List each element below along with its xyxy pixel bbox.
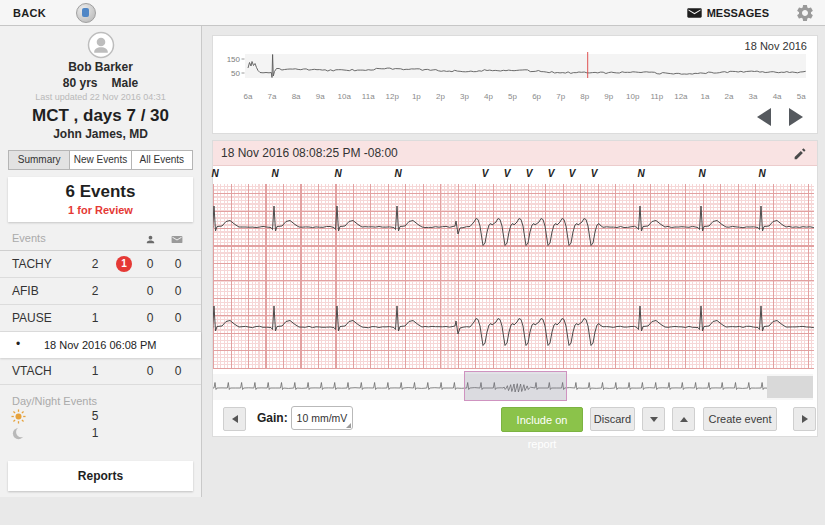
event-msg-count: 0 <box>170 284 186 298</box>
avatar <box>87 31 115 59</box>
ecg-trace-bottom <box>213 306 814 346</box>
sidebar: Bob Barker 80 yrsMale Last updated 22 No… <box>0 26 202 497</box>
event-row-tachy[interactable]: TACHY 2 1 0 0 <box>0 251 201 278</box>
strip-prev-button[interactable] <box>223 407 246 431</box>
event-row-vtach[interactable]: VTACH 1 0 0 <box>0 358 201 385</box>
timeline-tick-label: 8a <box>292 92 301 101</box>
sun-icon <box>11 409 26 424</box>
event-row-afib[interactable]: AFIB 2 0 0 <box>0 278 201 305</box>
gear-icon[interactable] <box>795 3 815 23</box>
timeline-tick-label: 3a <box>749 92 758 101</box>
timeline-tick-label: 5p <box>508 92 517 101</box>
event-msg-count: 0 <box>170 311 186 325</box>
beat-annotation-v: V <box>482 168 489 179</box>
discard-button[interactable]: Discard <box>590 407 635 431</box>
timeline-tick-label: 1a <box>700 92 709 101</box>
timeline-tick-label: 1p <box>412 92 421 101</box>
beat-annotation-n: N <box>394 168 401 179</box>
hr-timeline-panel: 18 Nov 2016 150 50 6a7a8a9a10a11a12p1p2p… <box>212 35 818 134</box>
event-phys-count: 0 <box>142 284 158 298</box>
timeline-tick-label: 2a <box>725 92 734 101</box>
gain-label: Gain: <box>257 411 288 425</box>
patient-name: Bob Barker <box>0 60 201 76</box>
tab-all-events[interactable]: All Events <box>131 150 193 170</box>
event-phys-count: 0 <box>142 311 158 325</box>
app: BACK MESSAGES Bob Barker 80 yrsMale Last… <box>0 0 825 525</box>
strip-header: 18 Nov 2016 08:08:25 PM -08:00 <box>213 141 817 166</box>
event-name: TACHY <box>12 257 52 271</box>
ministrip-selection-box[interactable] <box>464 371 567 401</box>
ecg-strip-panel: 18 Nov 2016 08:08:25 PM -08:00 NNNNVVVVV… <box>212 140 818 437</box>
event-count: 1 <box>87 364 103 378</box>
timeline-tick-label: 8p <box>580 92 589 101</box>
events-summary-card: 6 Events 1 for Review <box>8 177 193 222</box>
event-detail-row[interactable]: • 18 Nov 2016 06:08 PM <box>0 332 201 358</box>
gain-select[interactable]: 10 mm/mV <box>291 406 353 430</box>
timeline-tick-label: 4p <box>484 92 493 101</box>
left-arrow-icon <box>232 415 238 423</box>
beat-annotations: NNNNVVVVVVNNN <box>213 166 817 184</box>
topbar-right: MESSAGES <box>687 3 815 23</box>
timeline-next-arrow[interactable] <box>789 108 803 126</box>
event-msg-count: 0 <box>170 257 186 271</box>
night-events-row: 1 <box>0 426 201 443</box>
event-phys-count: 0 <box>142 364 158 378</box>
beat-annotation-v: V <box>569 168 576 179</box>
down-arrow-icon <box>650 417 658 422</box>
study-title: MCT , days 7 / 30 <box>0 105 201 127</box>
events-for-review: 1 for Review <box>8 204 193 216</box>
detail-timestamp: 18 Nov 2016 06:08 PM <box>44 339 157 351</box>
ecg-grid[interactable] <box>213 184 814 369</box>
event-name: VTACH <box>12 364 52 378</box>
moon-icon <box>11 426 26 441</box>
app-logo-icon[interactable] <box>76 3 96 23</box>
ministrip-right-box <box>767 376 813 398</box>
y-tick-50: 50 <box>231 69 240 78</box>
last-updated: Last updated 22 Nov 2016 04:31 <box>0 92 201 104</box>
physician-column-icon <box>145 234 156 245</box>
event-name: PAUSE <box>12 311 52 325</box>
timeline-tick-label: 2p <box>436 92 445 101</box>
y-tick-150: 150 <box>227 55 241 64</box>
day-night-label: Day/Night Events <box>12 395 201 407</box>
strip-timestamp: 18 Nov 2016 08:08:25 PM -08:00 <box>221 146 398 160</box>
beat-annotation-v: V <box>526 168 533 179</box>
timeline-tick-label: 6a <box>244 92 253 101</box>
timeline-tick-label: 4a <box>773 92 782 101</box>
beat-annotation-n: N <box>334 168 341 179</box>
timeline-tick-label: 5a <box>797 92 806 101</box>
strip-next-button[interactable] <box>793 407 816 431</box>
timeline-prev-arrow[interactable] <box>757 108 771 126</box>
event-row-pause[interactable]: PAUSE 1 0 0 <box>0 305 201 332</box>
back-button[interactable]: BACK <box>13 7 46 19</box>
reports-button[interactable]: Reports <box>8 461 193 491</box>
timeline-tick-label: 7p <box>556 92 565 101</box>
hr-timeline-chart[interactable]: 150 50 <box>221 51 813 91</box>
edit-pencil-icon[interactable] <box>793 146 807 160</box>
event-msg-count: 0 <box>170 364 186 378</box>
event-count: 2 <box>87 284 103 298</box>
gain-down-button[interactable] <box>642 407 665 431</box>
beat-annotation-n: N <box>211 168 218 179</box>
timeline-tick-label: 6p <box>532 92 541 101</box>
timeline-nav <box>757 108 803 126</box>
beat-annotation-n: N <box>698 168 705 179</box>
timeline-x-ticks: 6a7a8a9a10a11a12p1p2p3p4p5p6p7p8p9p10p11… <box>221 92 813 104</box>
messages-button[interactable]: MESSAGES <box>687 7 769 19</box>
events-header-label: Events <box>12 232 46 244</box>
timeline-tick-label: 11a <box>362 92 375 101</box>
patient-card: Bob Barker 80 yrsMale Last updated 22 No… <box>0 26 201 143</box>
context-ministrip[interactable] <box>213 374 813 400</box>
patient-age: 80 yrs <box>63 76 98 90</box>
tab-new-events[interactable]: New Events <box>69 150 131 170</box>
beat-annotation-v: V <box>504 168 511 179</box>
include-on-report-button[interactable]: Include on report <box>501 407 583 432</box>
tab-summary[interactable]: Summary <box>8 150 70 170</box>
create-event-button[interactable]: Create event <box>703 407 777 431</box>
timeline-tick-label: 12a <box>674 92 687 101</box>
gain-up-button[interactable] <box>672 407 695 431</box>
beat-annotation-v: V <box>548 168 555 179</box>
day-events-count: 5 <box>87 409 103 423</box>
beat-annotation-n: N <box>637 168 644 179</box>
strip-controls: Gain: 10 mm/mV Include on report Discard… <box>213 400 817 444</box>
